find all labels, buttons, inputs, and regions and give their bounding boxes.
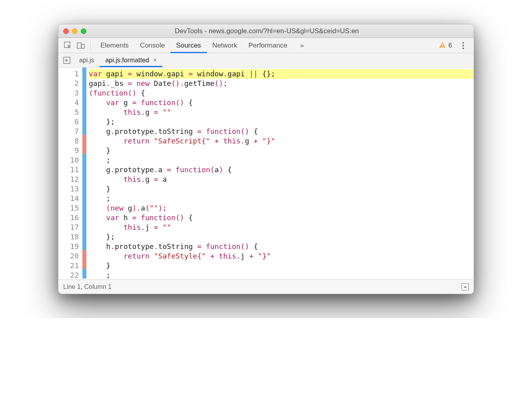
warnings-badge[interactable]: 6 [439,41,452,50]
line-number-gutter[interactable]: 12345678910111213141516171819202122 [58,68,82,279]
file-tab[interactable]: api.js [74,53,100,67]
svg-rect-1 [77,43,81,48]
panel-tab-sources[interactable]: Sources [170,38,206,53]
coverage-column [82,68,86,279]
close-icon[interactable]: × [153,57,157,64]
panel-tab-network[interactable]: Network [207,38,243,53]
file-tab-strip: api.jsapi.js:formatted× [58,53,474,68]
status-bar: Line 1, Column 1 [58,279,474,294]
device-toolbar-icon[interactable] [75,40,86,51]
inspect-element-icon[interactable] [62,40,74,51]
file-tab[interactable]: api.js:formatted× [100,53,162,67]
panel-overflow-button[interactable]: » [294,38,309,53]
devtools-window: DevTools - news.google.com/?hl=en-US&gl=… [58,24,474,294]
navigator-toggle-icon[interactable] [60,53,74,67]
warnings-count: 6 [448,42,452,49]
panel-tab-console[interactable]: Console [134,38,170,53]
svg-rect-2 [82,44,84,48]
svg-rect-4 [442,46,443,47]
panel-tab-strip: ElementsConsoleSourcesNetworkPerformance… [58,38,474,53]
panel-tab-performance[interactable]: Performance [243,38,293,53]
code-area[interactable]: var gapi = window.gapi = window.gapi || … [86,68,474,279]
cursor-position: Line 1, Column 1 [63,283,112,291]
settings-menu-button[interactable] [458,42,468,49]
svg-rect-3 [442,44,443,46]
divider [90,41,91,50]
source-editor[interactable]: 12345678910111213141516171819202122 var … [58,68,474,279]
titlebar: DevTools - news.google.com/?hl=en-US&gl=… [58,24,474,38]
window-title: DevTools - news.google.com/?hl=en-US&gl=… [65,27,469,35]
drawer-toggle-icon[interactable] [462,283,469,291]
warning-icon [439,41,446,50]
panel-tab-elements[interactable]: Elements [95,38,134,53]
